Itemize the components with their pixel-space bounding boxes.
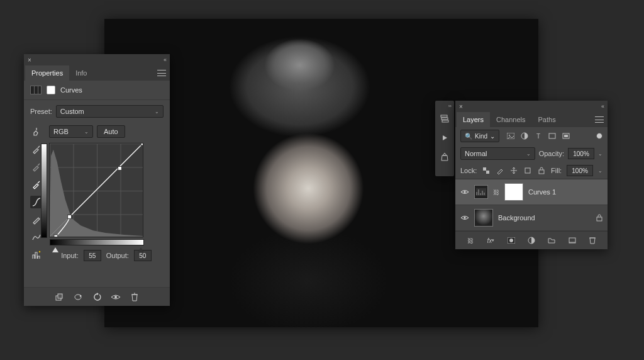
tab-properties[interactable]: Properties bbox=[25, 65, 69, 81]
visibility-icon[interactable] bbox=[111, 292, 121, 302]
preset-label: Preset: bbox=[30, 108, 52, 115]
actions-icon[interactable] bbox=[439, 132, 450, 143]
svg-point-9 bbox=[114, 296, 117, 298]
preset-select[interactable]: Custom⌄ bbox=[56, 105, 164, 118]
svg-point-0 bbox=[39, 251, 40, 252]
input-gradient bbox=[50, 239, 144, 245]
svg-rect-20 bbox=[486, 171, 489, 174]
trash-icon[interactable] bbox=[587, 235, 597, 245]
svg-rect-24 bbox=[476, 188, 486, 196]
lock-pixels-icon[interactable] bbox=[496, 166, 504, 175]
curves-adjustment-icon bbox=[30, 86, 42, 94]
lock-artboard-icon[interactable] bbox=[523, 166, 532, 175]
svg-rect-12 bbox=[442, 120, 448, 122]
properties-footer bbox=[24, 287, 170, 306]
tab-paths[interactable]: Paths bbox=[532, 112, 562, 127]
tab-info[interactable]: Info bbox=[69, 65, 93, 81]
fill-dropdown-icon[interactable]: ⌄ bbox=[598, 168, 602, 174]
svg-point-25 bbox=[464, 217, 466, 219]
tab-channels[interactable]: Channels bbox=[490, 112, 531, 127]
collapse-icon[interactable]: ‹‹ bbox=[164, 57, 166, 63]
new-layer-icon[interactable] bbox=[567, 235, 577, 245]
svg-rect-18 bbox=[564, 135, 568, 137]
fill-value[interactable]: 100% bbox=[567, 165, 593, 176]
close-icon[interactable]: × bbox=[28, 57, 31, 64]
cycle-icon[interactable] bbox=[73, 292, 83, 302]
black-point-slider[interactable] bbox=[52, 247, 58, 252]
layer-row[interactable]: ⛓ Curves 1 bbox=[455, 179, 608, 205]
filter-image-icon[interactable] bbox=[506, 131, 516, 141]
filter-toggle-icon[interactable] bbox=[596, 133, 602, 139]
collapsed-dock: ›› bbox=[435, 101, 454, 176]
finger-icon[interactable] bbox=[30, 125, 43, 138]
svg-rect-10 bbox=[441, 115, 447, 117]
properties-tabs: Properties Info bbox=[24, 65, 170, 81]
input-label: Input: bbox=[61, 252, 79, 259]
layer-thumb[interactable] bbox=[474, 209, 493, 227]
layers-panel: × ‹‹ Layers Channels Paths 🔍Kind⌄ T Norm… bbox=[455, 101, 608, 249]
clip-icon[interactable] bbox=[54, 292, 64, 302]
output-gradient bbox=[41, 143, 47, 238]
opacity-value[interactable]: 100% bbox=[568, 148, 594, 159]
layer-name[interactable]: Background bbox=[498, 214, 535, 222]
visibility-toggle-icon[interactable] bbox=[460, 213, 469, 222]
visibility-toggle-icon[interactable] bbox=[460, 188, 469, 196]
filter-smart-icon[interactable] bbox=[561, 131, 571, 141]
svg-rect-21 bbox=[525, 168, 530, 173]
clone-icon[interactable] bbox=[439, 151, 450, 162]
lock-label: Lock: bbox=[460, 167, 477, 174]
group-icon[interactable] bbox=[547, 235, 557, 245]
opacity-label: Opacity: bbox=[539, 150, 564, 157]
adjustment-title: Curves bbox=[60, 86, 82, 94]
svg-rect-7 bbox=[58, 294, 62, 298]
mask-icon[interactable] bbox=[47, 86, 55, 94]
input-value[interactable]: 55 bbox=[84, 250, 101, 261]
svg-rect-16 bbox=[549, 133, 555, 138]
history-icon[interactable] bbox=[439, 113, 450, 125]
lock-icon bbox=[596, 214, 602, 222]
lock-position-icon[interactable] bbox=[509, 166, 518, 175]
curves-graph[interactable] bbox=[49, 143, 143, 237]
svg-rect-3 bbox=[68, 215, 72, 218]
svg-point-28 bbox=[509, 239, 513, 242]
white-point-slider[interactable] bbox=[138, 247, 144, 252]
reset-icon[interactable] bbox=[92, 292, 102, 302]
expand-dock-icon[interactable]: ›› bbox=[448, 103, 452, 109]
mask-icon[interactable] bbox=[506, 235, 516, 245]
channel-select[interactable]: RGB⌄ bbox=[49, 125, 93, 138]
adjustment-icon[interactable] bbox=[526, 235, 536, 245]
auto-button[interactable]: Auto bbox=[97, 125, 125, 138]
trash-icon[interactable] bbox=[130, 292, 140, 302]
svg-point-23 bbox=[464, 191, 466, 193]
layers-footer: ⛓ fx▾ bbox=[455, 231, 608, 249]
layer-name[interactable]: Curves 1 bbox=[528, 188, 556, 196]
svg-rect-22 bbox=[539, 170, 544, 174]
link-mask-icon[interactable]: ⛓ bbox=[493, 189, 499, 196]
svg-rect-26 bbox=[597, 217, 602, 221]
tab-layers[interactable]: Layers bbox=[457, 112, 490, 127]
layer-row[interactable]: Background bbox=[455, 205, 608, 231]
close-icon[interactable]: × bbox=[459, 103, 463, 110]
layers-list: ⛓ Curves 1 Background bbox=[455, 179, 608, 231]
properties-panel: × ‹‹ Properties Info Curves Preset: Cust… bbox=[24, 54, 170, 306]
histogram-icon[interactable] bbox=[30, 249, 43, 261]
link-icon[interactable]: ⛓ bbox=[465, 235, 475, 245]
collapse-icon[interactable]: ‹‹ bbox=[601, 103, 604, 110]
svg-point-14 bbox=[509, 135, 510, 136]
filter-kind-select[interactable]: 🔍Kind⌄ bbox=[460, 130, 499, 142]
panel-menu-icon[interactable] bbox=[157, 70, 166, 76]
layers-tabs: Layers Channels Paths bbox=[455, 112, 608, 127]
filter-type-icon[interactable]: T bbox=[533, 131, 543, 141]
opacity-dropdown-icon[interactable]: ⌄ bbox=[598, 151, 602, 157]
blend-mode-select[interactable]: Normal⌄ bbox=[460, 147, 535, 160]
fx-icon[interactable]: fx▾ bbox=[486, 235, 496, 245]
filter-shape-icon[interactable] bbox=[547, 131, 557, 141]
svg-rect-5 bbox=[141, 143, 143, 145]
lock-all-icon[interactable] bbox=[537, 166, 546, 175]
svg-rect-2 bbox=[54, 235, 58, 237]
filter-adjustment-icon[interactable] bbox=[519, 131, 530, 141]
panel-menu-icon[interactable] bbox=[595, 116, 604, 123]
adjustment-thumb[interactable] bbox=[474, 185, 488, 199]
lock-transparent-icon[interactable] bbox=[482, 166, 491, 175]
mask-thumb[interactable] bbox=[504, 183, 523, 201]
